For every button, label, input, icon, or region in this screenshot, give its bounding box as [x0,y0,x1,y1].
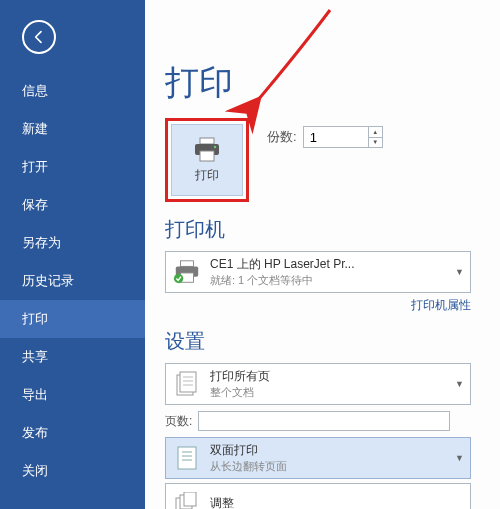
chevron-down-icon: ▼ [455,453,464,463]
svg-rect-13 [178,447,196,469]
duplex-dropdown[interactable]: 双面打印 从长边翻转页面 ▼ [165,437,471,479]
duplex-icon [172,443,202,473]
printer-status-icon [172,257,202,287]
print-panel: 打印 打印 份数: ▲ ▼ 打印机 [145,0,500,509]
collate-icon [172,488,202,509]
copies-input[interactable] [304,127,368,147]
chevron-down-icon: ▼ [455,379,464,389]
page-title: 打印 [165,60,500,106]
printer-heading: 打印机 [165,216,500,243]
arrow-left-icon [31,29,47,45]
collate-title: 调整 [210,495,464,510]
print-scope-dropdown[interactable]: 打印所有页 整个文档 ▼ [165,363,471,405]
sidebar-item-open[interactable]: 打开 [0,148,145,186]
sidebar-item-history[interactable]: 历史记录 [0,262,145,300]
pages-label: 页数: [165,413,192,430]
printer-properties-link[interactable]: 打印机属性 [411,298,471,312]
sidebar-item-export[interactable]: 导出 [0,376,145,414]
svg-rect-4 [180,261,193,267]
printer-status: 就绪: 1 个文档等待中 [210,273,451,288]
sidebar-item-share[interactable]: 共享 [0,338,145,376]
printer-name: CE1 上的 HP LaserJet Pr... [210,256,451,273]
sidebar-item-publish[interactable]: 发布 [0,414,145,452]
sidebar-item-info[interactable]: 信息 [0,72,145,110]
chevron-down-icon: ▼ [455,267,464,277]
scope-title: 打印所有页 [210,368,451,385]
sidebar-item-print[interactable]: 打印 [0,300,145,338]
copies-spinner[interactable]: ▲ ▼ [303,126,383,148]
duplex-title: 双面打印 [210,442,451,459]
settings-heading: 设置 [165,328,500,355]
sidebar-item-close[interactable]: 关闭 [0,452,145,490]
pages-input[interactable] [198,411,450,431]
copies-down-button[interactable]: ▼ [369,138,382,148]
printer-icon [192,137,222,163]
copies-up-button[interactable]: ▲ [369,127,382,138]
svg-point-3 [214,145,216,147]
svg-rect-9 [180,372,196,392]
copies-label: 份数: [267,128,297,146]
duplex-sub: 从长边翻转页面 [210,459,451,474]
svg-rect-2 [200,151,214,161]
sidebar-item-saveas[interactable]: 另存为 [0,224,145,262]
svg-rect-19 [184,492,196,506]
print-button[interactable]: 打印 [171,124,243,196]
svg-rect-0 [200,138,214,144]
annotation-highlight: 打印 [165,118,249,202]
print-button-label: 打印 [195,167,219,184]
backstage-sidebar: 信息 新建 打开 保存 另存为 历史记录 打印 共享 导出 发布 关闭 [0,0,145,509]
svg-point-7 [174,274,183,283]
collate-dropdown[interactable]: 调整 [165,483,471,509]
back-button[interactable] [22,20,56,54]
printer-dropdown[interactable]: CE1 上的 HP LaserJet Pr... 就绪: 1 个文档等待中 ▼ [165,251,471,293]
sidebar-item-save[interactable]: 保存 [0,186,145,224]
scope-sub: 整个文档 [210,385,451,400]
sidebar-item-new[interactable]: 新建 [0,110,145,148]
pages-icon [172,369,202,399]
